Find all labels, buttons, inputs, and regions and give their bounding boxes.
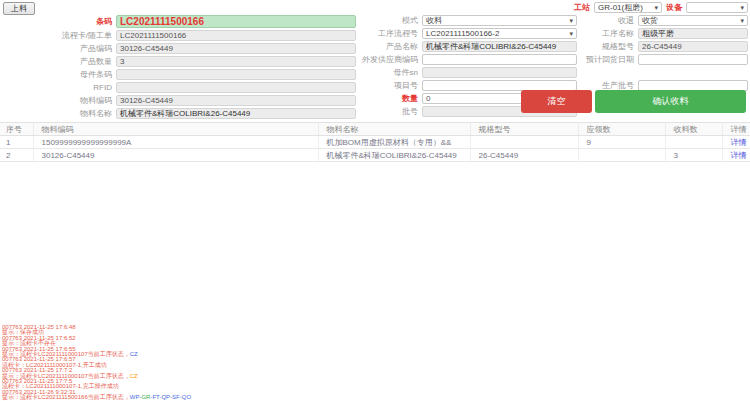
top-right-controls: 工站 GR-01(粗磨) ▾ 设备 ▾ — [574, 2, 748, 13]
cell-index: 1 — [0, 136, 33, 149]
parent-sn-input[interactable] — [422, 67, 577, 78]
rfid-input[interactable] — [116, 82, 356, 93]
cell-material-code: 30126-C45449 — [33, 149, 318, 162]
receive-return-select-value: 收货 — [642, 15, 658, 26]
material-code-label: 物料编码 — [2, 95, 116, 106]
mode-select[interactable]: 收料 ▾ — [422, 15, 577, 26]
col-header-received-qty: 收料数 — [665, 123, 722, 136]
log-status-code: WP- — [130, 394, 142, 400]
project-no-label: 项目号 — [358, 80, 422, 91]
mode-label: 模式 — [358, 15, 422, 26]
log-status-code: CZ — [130, 373, 138, 379]
field-parent-sn: 母件sn — [358, 66, 577, 79]
flow-card-label: 流程卡/随工单 — [2, 30, 116, 41]
product-code-input[interactable] — [116, 43, 356, 54]
supplier-code-label: 外发供应商编码 — [358, 54, 422, 65]
process-name-input[interactable] — [638, 28, 748, 39]
expected-return-date-input[interactable] — [638, 54, 748, 65]
log-status-code: CZ — [130, 351, 138, 357]
product-code-label: 产品编码 — [2, 43, 116, 54]
cell-received-qty — [665, 136, 722, 149]
field-material-code: 物料编码 — [2, 94, 356, 107]
log-status-code: -FT-QP-SF-QO — [150, 394, 191, 400]
station-select-value: GR-01(粗磨) — [598, 2, 643, 13]
col-header-spec-model: 规格型号 — [470, 123, 578, 136]
spec-model-label: 规格型号 — [580, 41, 638, 52]
quantity-label: 数量 — [358, 93, 422, 104]
log-text: 提示：流程卡LC2021111500166当前工序状态， — [2, 394, 130, 400]
batch-no-label: 批号 — [358, 106, 422, 117]
confirm-receive-button[interactable]: 确认收料 — [595, 90, 746, 113]
receive-form: 条码 流程卡/随工单 产品编码 产品数量 母件条码 RFID — [0, 14, 750, 122]
material-receive-page: 上料 工站 GR-01(粗磨) ▾ 设备 ▾ 条码 流程卡/随工单 — [0, 0, 750, 401]
field-material-name: 物料名称 — [2, 107, 356, 120]
chevron-down-icon: ▾ — [569, 30, 573, 37]
product-qty-label: 产品数量 — [2, 56, 116, 67]
material-name-label: 物料名称 — [2, 108, 116, 119]
detail-link[interactable]: 详情 — [731, 151, 747, 160]
spacer-row — [580, 66, 748, 79]
parent-barcode-label: 母件条码 — [2, 69, 116, 80]
log-line: 提示：流程卡LC2021111500166当前工序状态，WP-GR-FT-QP-… — [2, 395, 748, 400]
cell-due-qty: 9 — [578, 136, 665, 149]
chevron-down-icon: ▾ — [740, 17, 744, 24]
cell-material-name: 机加BOM用虚拟原材料（专用）&& — [318, 136, 470, 149]
rfid-label: RFID — [2, 83, 116, 92]
chevron-down-icon: ▾ — [654, 4, 658, 11]
field-product-qty: 产品数量 — [2, 55, 356, 68]
cell-spec-model: 26-C45449 — [470, 149, 578, 162]
parent-sn-label: 母件sn — [358, 67, 422, 78]
product-name-input[interactable] — [422, 41, 577, 52]
field-parent-barcode: 母件条码 — [2, 68, 356, 81]
top-bar: 上料 工站 GR-01(粗磨) ▾ 设备 ▾ — [0, 0, 750, 15]
cell-spec-model — [470, 136, 578, 149]
mode-select-value: 收料 — [426, 15, 442, 26]
field-product-code: 产品编码 — [2, 42, 356, 55]
col-header-index: 序号 — [0, 123, 33, 136]
expected-return-date-label: 预计回货日期 — [580, 54, 638, 65]
product-qty-input[interactable] — [116, 56, 356, 67]
field-barcode: 条码 — [2, 14, 356, 29]
material-name-input[interactable] — [116, 108, 356, 119]
supplier-code-input[interactable] — [422, 54, 577, 65]
field-process-name: 工序名称 — [580, 27, 748, 40]
table-row: 2 30126-C45449 机械零件&科瑞COLIBRI&26-C45449 … — [0, 149, 750, 162]
detail-link[interactable]: 详情 — [731, 138, 747, 147]
form-column-left: 条码 流程卡/随工单 产品编码 产品数量 母件条码 RFID — [2, 14, 356, 120]
table-header-row: 序号 物料编码 物料名称 规格型号 应领数 收料数 详情 — [0, 123, 750, 136]
field-product-name: 产品名称 — [358, 40, 577, 53]
cell-index: 2 — [0, 149, 33, 162]
receive-return-select[interactable]: 收货 ▾ — [638, 15, 748, 26]
spec-model-input[interactable] — [638, 41, 748, 52]
field-supplier-code: 外发供应商编码 — [358, 53, 577, 66]
process-flow-no-select-value: LC2021111500166-2 — [426, 29, 499, 38]
cell-due-qty — [578, 149, 665, 162]
process-name-label: 工序名称 — [580, 28, 638, 39]
barcode-label: 条码 — [2, 16, 116, 27]
field-process-flow-no: 工序流程号 LC2021111500166-2 ▾ — [358, 27, 577, 40]
field-mode: 模式 收料 ▾ — [358, 14, 577, 27]
parent-barcode-input[interactable] — [116, 69, 356, 80]
form-column-right: 收退 收货 ▾ 工序名称 规格型号 预计回货日期 生产批号 — [580, 14, 748, 92]
clear-button[interactable]: 清空 — [521, 90, 592, 113]
device-select[interactable]: ▾ — [686, 2, 748, 13]
barcode-input[interactable] — [116, 15, 356, 28]
col-header-due-qty: 应领数 — [578, 123, 665, 136]
flow-card-input[interactable] — [116, 30, 356, 41]
chevron-down-icon: ▾ — [569, 17, 573, 24]
field-expected-return-date: 预计回货日期 — [580, 53, 748, 66]
device-label: 设备 — [666, 2, 682, 13]
log-area: 007763 2021-11-25 17:6:48提示：保存成功007763 2… — [2, 325, 748, 401]
field-receive-return: 收退 收货 ▾ — [580, 14, 748, 27]
table-row: 1 1509999999999999999A 机加BOM用虚拟原材料（专用）&&… — [0, 136, 750, 149]
col-header-material-name: 物料名称 — [318, 123, 470, 136]
field-rfid: RFID — [2, 81, 356, 94]
cell-material-code: 1509999999999999999A — [33, 136, 318, 149]
process-flow-no-label: 工序流程号 — [358, 28, 422, 39]
station-label: 工站 — [574, 2, 590, 13]
station-select[interactable]: GR-01(粗磨) ▾ — [594, 2, 662, 13]
process-flow-no-select[interactable]: LC2021111500166-2 ▾ — [422, 28, 577, 39]
materials-table: 序号 物料编码 物料名称 规格型号 应领数 收料数 详情 1 150999999… — [0, 122, 750, 162]
col-header-material-code: 物料编码 — [33, 123, 318, 136]
material-code-input[interactable] — [116, 95, 356, 106]
